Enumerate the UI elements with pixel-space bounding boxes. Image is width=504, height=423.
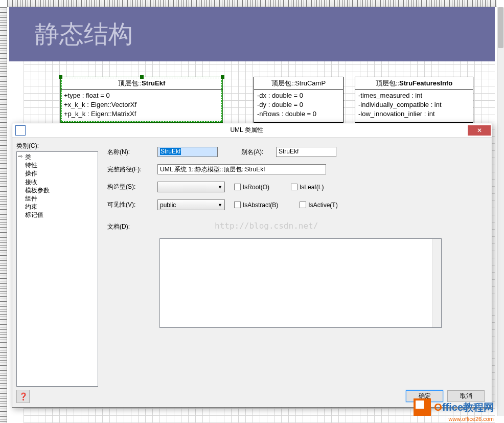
branding-logo: Office教程网	[414, 398, 494, 416]
isabstract-checkbox[interactable]: IsAbstract(B)	[234, 202, 278, 209]
branding-url: www.office26.com	[449, 416, 494, 422]
resize-handle[interactable]	[221, 75, 224, 79]
uml-class-title: 顶层包::StruCamP	[254, 77, 343, 90]
uml-class-strucamp[interactable]: 顶层包::StruCamP -dx : double = 0-dy : doub…	[254, 77, 343, 123]
category-item[interactable]: 接收	[18, 178, 97, 186]
category-label: 类别(C):	[16, 142, 98, 150]
alias-input[interactable]: StruEkf	[276, 147, 336, 157]
isroot-checkbox[interactable]: IsRoot(O)	[234, 184, 269, 191]
dialog-icon	[15, 125, 26, 136]
uml-class-struekf[interactable]: 顶层包::StruEkf +type : float = 0+x_k_k : E…	[60, 77, 223, 123]
scrollbar-vertical[interactable]	[497, 7, 504, 416]
help-button[interactable]: ❓	[16, 390, 30, 403]
category-item[interactable]: 模板参数	[18, 186, 97, 194]
canvas-header-band: 静态结构	[9, 7, 495, 61]
category-item[interactable]: 操作	[18, 169, 97, 177]
category-item[interactable]: 类	[18, 153, 97, 161]
uml-class-title: 顶层包::StruEkf	[61, 77, 222, 90]
dialog-title: UML 类属性	[26, 126, 468, 135]
uml-class-strufeaturesinfo[interactable]: 顶层包::StruFeaturesInfo -times_measured : …	[355, 77, 473, 123]
category-item[interactable]: 约束	[18, 203, 97, 211]
dialog-titlebar[interactable]: UML 类属性 ✕	[12, 123, 492, 138]
uml-class-attrs: +type : float = 0+x_k_k : Eigen::VectorX…	[61, 90, 222, 120]
isactive-checkbox[interactable]: IsActive(T)	[300, 202, 337, 209]
uml-properties-dialog: UML 类属性 ✕ 类别(C): 类 特性 操作 接收 模板参数 组件 约束 标…	[12, 123, 492, 408]
office-icon	[414, 398, 431, 416]
category-item[interactable]: 组件	[18, 194, 97, 203]
document-textarea[interactable]	[159, 238, 442, 328]
help-icon: ❓	[19, 392, 28, 400]
uml-class-attrs: -times_measured : int-individually_compa…	[355, 90, 473, 120]
chevron-down-icon: ▼	[218, 185, 222, 190]
resize-handle[interactable]	[59, 75, 62, 79]
textarea-scrollbar[interactable]	[432, 239, 441, 327]
scrollbar-thumb[interactable]	[498, 7, 503, 48]
ruler-vertical	[0, 7, 7, 423]
alias-label: 别名(A):	[241, 148, 272, 157]
fullpath-input[interactable]: UML 系统 1::静态模型::顶层包::StruEkf	[157, 164, 326, 174]
visibility-select[interactable]: public▼	[157, 199, 225, 210]
ruler-horizontal	[7, 0, 497, 7]
name-label: 名称(N):	[107, 148, 153, 157]
category-item[interactable]: 标记值	[18, 211, 97, 219]
document-label: 文档(D):	[107, 222, 153, 231]
uml-class-attrs: -dx : double = 0-dy : double = 0-nRows :…	[254, 90, 343, 120]
visibility-label: 可见性(V):	[107, 201, 153, 209]
stereotype-label: 构造型(S):	[107, 183, 153, 191]
stereotype-select[interactable]: ▼	[157, 182, 225, 192]
uml-class-title: 顶层包::StruFeaturesInfo	[355, 77, 473, 90]
fullpath-label: 完整路径(F):	[107, 165, 153, 174]
chevron-down-icon: ▼	[218, 203, 222, 208]
category-item[interactable]: 特性	[18, 161, 97, 169]
name-input[interactable]: StruEkf	[157, 147, 218, 157]
category-list[interactable]: 类 特性 操作 接收 模板参数 组件 约束 标记值	[16, 151, 98, 387]
isleaf-checkbox[interactable]: IsLeaf(L)	[291, 184, 324, 191]
resize-handle[interactable]	[140, 75, 144, 79]
close-button[interactable]: ✕	[468, 125, 491, 136]
diagram-title: 静态结构	[35, 18, 133, 51]
